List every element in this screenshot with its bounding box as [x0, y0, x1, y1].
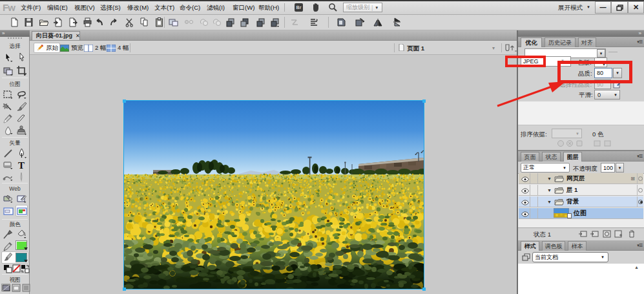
svg-text:T: T: [18, 160, 25, 171]
